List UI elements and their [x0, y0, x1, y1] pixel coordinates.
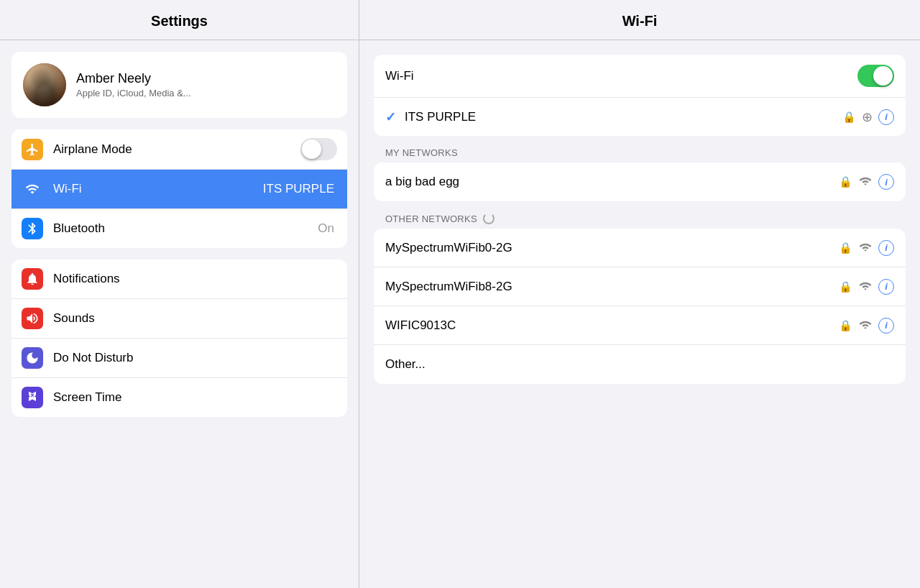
connectivity-group: Airplane Mode Wi-Fi ITS PURPLE Bluetooth	[12, 129, 347, 248]
settings-title: Settings	[0, 13, 359, 29]
list-item[interactable]: MySpectrumWiFib0-2G 🔒 i	[374, 229, 906, 267]
screen-time-label: Screen Time	[53, 390, 337, 405]
sidebar-item-notifications[interactable]: Notifications	[12, 259, 347, 299]
wifi-icon	[22, 178, 43, 200]
info-button-other-1[interactable]: i	[878, 279, 894, 295]
profile-card[interactable]: Amber Neely Apple ID, iCloud, Media &...	[12, 52, 347, 118]
sounds-icon	[22, 308, 43, 329]
left-content: Amber Neely Apple ID, iCloud, Media &...…	[0, 40, 359, 428]
list-item[interactable]: WIFIC9013C 🔒 i	[374, 306, 906, 345]
wifi-toggle[interactable]	[857, 65, 894, 87]
checkmark-icon: ✓	[385, 109, 396, 125]
wifi-value: ITS PURPLE	[263, 182, 334, 196]
sidebar-item-sounds[interactable]: Sounds	[12, 299, 347, 339]
sounds-label: Sounds	[53, 311, 337, 326]
airplane-mode-label: Airplane Mode	[53, 142, 300, 157]
left-panel: Settings Amber Neely Apple ID, iCloud, M…	[0, 0, 359, 588]
do-not-disturb-icon	[22, 347, 43, 369]
bluetooth-label: Bluetooth	[53, 221, 318, 236]
my-networks-label: MY NETWORKS	[385, 147, 458, 158]
right-content: Wi-Fi ✓ ITS PURPLE 🔒 ⊕ i MY NETWORKS a	[359, 40, 920, 398]
other-network-icons-0: 🔒 i	[839, 240, 894, 256]
info-button-other-0[interactable]: i	[878, 240, 894, 256]
profile-info: Amber Neely Apple ID, iCloud, Media &...	[76, 71, 191, 98]
network-name-0: a big bad egg	[385, 175, 839, 189]
avatar	[23, 63, 66, 106]
wifi-signal-other-0	[858, 241, 873, 255]
sidebar-item-airplane-mode[interactable]: Airplane Mode	[12, 129, 347, 170]
wifi-signal-other-1	[858, 280, 873, 294]
sidebar-item-wifi[interactable]: Wi-Fi ITS PURPLE	[12, 170, 347, 209]
wifi-page-title: Wi-Fi	[359, 13, 920, 29]
info-button-my-0[interactable]: i	[878, 174, 894, 190]
preferences-group: Notifications Sounds Do Not Disturb	[12, 259, 347, 417]
other-network-icons-2: 🔒 i	[839, 318, 894, 334]
wifi-toggle-card: Wi-Fi ✓ ITS PURPLE 🔒 ⊕ i	[374, 55, 906, 136]
profile-name: Amber Neely	[76, 71, 191, 86]
airplane-icon	[22, 139, 43, 160]
connected-network-name: ITS PURPLE	[405, 110, 842, 124]
wifi-toggle-label: Wi-Fi	[385, 69, 857, 83]
lock-icon: 🔒	[842, 111, 856, 124]
other-network-icons-1: 🔒 i	[839, 279, 894, 295]
other-network-name-0: MySpectrumWiFib0-2G	[385, 241, 839, 255]
lock-icon-other-2: 🔒	[839, 319, 852, 332]
bluetooth-value: On	[318, 221, 334, 236]
link-icon: ⊕	[862, 109, 873, 125]
other-networks-label: OTHER NETWORKS	[385, 213, 477, 224]
profile-subtitle: Apple ID, iCloud, Media &...	[76, 88, 191, 98]
my-networks-card: a big bad egg 🔒 i	[374, 162, 906, 201]
wifi-signal-0	[858, 175, 873, 189]
right-panel: Wi-Fi Wi-Fi ✓ ITS PURPLE 🔒 ⊕ i	[359, 0, 920, 588]
airplane-mode-toggle[interactable]	[300, 138, 337, 160]
other-networks-card: MySpectrumWiFib0-2G 🔒 i MySpectrumWiFib8…	[374, 229, 906, 384]
notifications-icon	[22, 268, 43, 290]
my-networks-header: MY NETWORKS	[374, 142, 906, 162]
right-header: Wi-Fi	[359, 0, 920, 40]
bluetooth-icon	[22, 218, 43, 239]
lock-icon-0: 🔒	[839, 175, 852, 188]
lock-icon-other-0: 🔒	[839, 242, 852, 254]
notifications-label: Notifications	[53, 272, 337, 286]
wifi-signal-other-2	[858, 318, 873, 333]
connected-network-row[interactable]: ✓ ITS PURPLE 🔒 ⊕ i	[374, 97, 906, 136]
wifi-label: Wi-Fi	[53, 182, 263, 196]
info-button-other-2[interactable]: i	[878, 318, 894, 334]
other-networks-header: OTHER NETWORKS	[374, 207, 906, 229]
sidebar-item-bluetooth[interactable]: Bluetooth On	[12, 209, 347, 248]
other-network-name-2: WIFIC9013C	[385, 318, 839, 333]
sidebar-item-screen-time[interactable]: Screen Time	[12, 378, 347, 417]
loading-spinner	[483, 213, 494, 224]
do-not-disturb-label: Do Not Disturb	[53, 351, 337, 365]
list-item[interactable]: a big bad egg 🔒 i	[374, 162, 906, 201]
lock-icon-other-1: 🔒	[839, 280, 852, 293]
other-network-name-1: MySpectrumWiFib8-2G	[385, 280, 839, 294]
my-network-icons-0: 🔒 i	[839, 174, 894, 190]
screen-time-icon	[22, 387, 43, 408]
list-item[interactable]: Other...	[374, 345, 906, 384]
info-button-connected[interactable]: i	[878, 109, 894, 125]
toggle-thumb	[302, 139, 321, 159]
list-item[interactable]: MySpectrumWiFib8-2G 🔒 i	[374, 267, 906, 306]
avatar-image	[23, 63, 66, 106]
other-network-name-3: Other...	[385, 357, 894, 372]
left-header: Settings	[0, 0, 359, 40]
wifi-toggle-thumb	[873, 66, 893, 86]
sidebar-item-do-not-disturb[interactable]: Do Not Disturb	[12, 339, 347, 378]
wifi-toggle-row: Wi-Fi	[374, 55, 906, 97]
connected-network-icons: 🔒 ⊕ i	[842, 109, 894, 125]
